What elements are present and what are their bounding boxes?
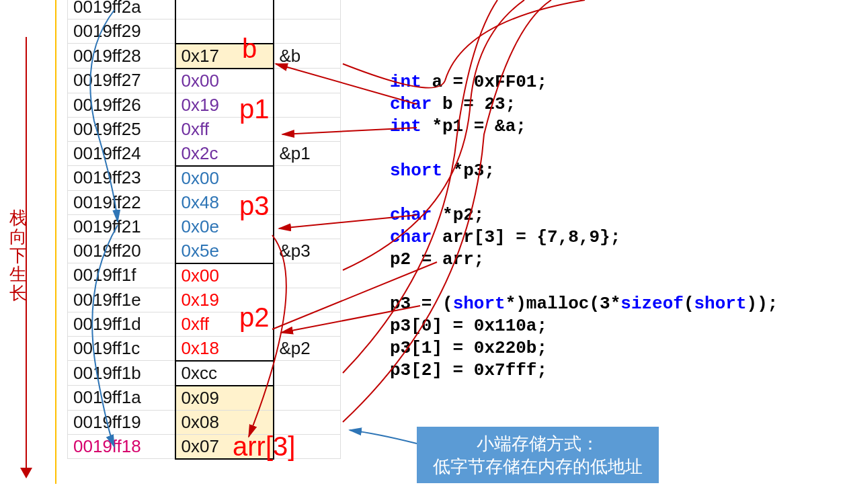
value-cell: 0x09 bbox=[175, 386, 274, 411]
name-cell bbox=[274, 288, 341, 312]
var-label-p3: p3 bbox=[239, 191, 270, 221]
name-cell bbox=[274, 166, 341, 191]
value-cell: 0x2c bbox=[175, 141, 274, 166]
endian-line2: 低字节存储在内存的低地址 bbox=[433, 456, 643, 476]
table-row: 0019ff200x5e&p3 bbox=[68, 239, 341, 263]
addr-cell: 0019ff1a bbox=[68, 386, 175, 411]
table-row: 0019ff230x00 bbox=[68, 166, 341, 191]
addr-cell: 0019ff1c bbox=[68, 336, 175, 361]
table-row: 0019ff190x08 bbox=[68, 410, 341, 434]
var-label-b: b bbox=[242, 34, 257, 64]
memory-table: 0019ff2a0019ff290019ff280x17&b0019ff270x… bbox=[67, 0, 341, 460]
addr-cell: 0019ff1b bbox=[68, 361, 175, 386]
addr-cell: 0019ff2a bbox=[68, 0, 175, 19]
addr-cell: 0019ff18 bbox=[68, 434, 175, 459]
name-cell bbox=[274, 0, 341, 19]
addr-cell: 0019ff28 bbox=[68, 44, 175, 69]
value-cell: 0x5e bbox=[175, 239, 274, 263]
table-row: 0019ff260x19 bbox=[68, 93, 341, 117]
var-label-p1: p1 bbox=[239, 94, 270, 124]
var-label-p2: p2 bbox=[239, 302, 270, 333]
name-cell: &p1 bbox=[274, 141, 341, 166]
table-row: 0019ff210x0e bbox=[68, 214, 341, 239]
value-cell: 0x00 bbox=[175, 166, 274, 191]
stack-direction-line bbox=[55, 0, 56, 484]
addr-cell: 0019ff29 bbox=[68, 19, 175, 44]
table-row: 0019ff270x00 bbox=[68, 69, 341, 93]
name-cell bbox=[274, 69, 341, 93]
table-row: 0019ff180x07 bbox=[68, 434, 341, 459]
endian-line1: 小端存储方式： bbox=[477, 433, 599, 454]
addr-cell: 0019ff27 bbox=[68, 69, 175, 93]
addr-cell: 0019ff1f bbox=[68, 263, 175, 288]
endianness-note: 小端存储方式： 低字节存储在内存的低地址 bbox=[417, 427, 659, 483]
table-row: 0019ff2a bbox=[68, 0, 341, 19]
addr-cell: 0019ff26 bbox=[68, 93, 175, 117]
name-cell bbox=[274, 93, 341, 117]
value-cell bbox=[175, 0, 274, 19]
name-cell bbox=[274, 263, 341, 288]
table-row: 0019ff250xff bbox=[68, 117, 341, 141]
table-row: 0019ff240x2c&p1 bbox=[68, 141, 341, 166]
value-cell: 0x18 bbox=[175, 336, 274, 361]
table-row: 0019ff1d0xff bbox=[68, 312, 341, 336]
name-cell bbox=[274, 410, 341, 434]
table-row: 0019ff29 bbox=[68, 19, 341, 44]
table-row: 0019ff1a0x09 bbox=[68, 386, 341, 411]
table-row: 0019ff280x17&b bbox=[68, 44, 341, 69]
name-cell bbox=[274, 19, 341, 44]
name-cell bbox=[274, 361, 341, 386]
value-cell: 0x00 bbox=[175, 263, 274, 288]
table-row: 0019ff1b0xcc bbox=[68, 361, 341, 386]
addr-cell: 0019ff21 bbox=[68, 214, 175, 239]
value-cell: 0x00 bbox=[175, 69, 274, 93]
name-cell: &p2 bbox=[274, 336, 341, 361]
addr-cell: 0019ff24 bbox=[68, 141, 175, 166]
addr-cell: 0019ff22 bbox=[68, 190, 175, 214]
value-cell bbox=[175, 19, 274, 44]
name-cell: &p3 bbox=[274, 239, 341, 263]
stack-direction-label: 栈向下生长 bbox=[9, 208, 27, 302]
code-block: int a = 0xFF01;char b = 23;int *p1 = &a;… bbox=[390, 71, 778, 382]
name-cell bbox=[274, 386, 341, 411]
table-row: 0019ff220x48 bbox=[68, 190, 341, 214]
addr-cell: 0019ff20 bbox=[68, 239, 175, 263]
value-cell: 0x17 bbox=[175, 44, 274, 69]
addr-cell: 0019ff1d bbox=[68, 312, 175, 336]
name-cell bbox=[274, 312, 341, 336]
table-row: 0019ff1c0x18&p2 bbox=[68, 336, 341, 361]
addr-cell: 0019ff23 bbox=[68, 166, 175, 191]
addr-cell: 0019ff25 bbox=[68, 117, 175, 141]
addr-cell: 0019ff19 bbox=[68, 410, 175, 434]
value-cell: 0x08 bbox=[175, 410, 274, 434]
name-cell bbox=[274, 190, 341, 214]
addr-cell: 0019ff1e bbox=[68, 288, 175, 312]
table-row: 0019ff1f0x00 bbox=[68, 263, 341, 288]
table-row: 0019ff1e0x19 bbox=[68, 288, 341, 312]
var-label-arr: arr[3] bbox=[233, 431, 295, 462]
name-cell bbox=[274, 117, 341, 141]
name-cell bbox=[274, 214, 341, 239]
name-cell: &b bbox=[274, 44, 341, 69]
value-cell: 0xcc bbox=[175, 361, 274, 386]
